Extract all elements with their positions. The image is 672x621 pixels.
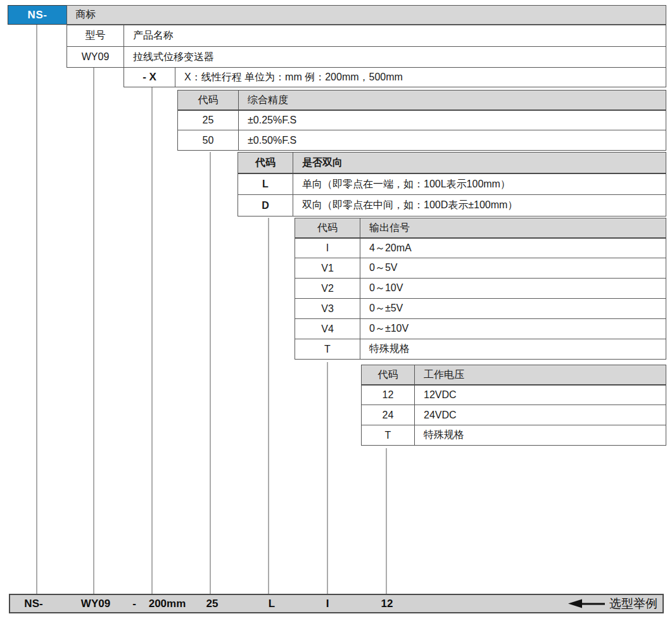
example-segment-stroke: 200mm [149,598,186,610]
model-header-code-cell: 型号 [67,25,124,46]
output-row-V3: V3 0～±5V [295,298,666,318]
output-header-name-cell: 输出信号 [360,218,666,237]
accuracy-row-25: 25 ±0.25%F.S [178,110,666,130]
connector-line-prefix [36,25,37,594]
output-code-cell: T [295,339,360,359]
example-segment-prefix: NS- [24,598,42,610]
accuracy-row-50: 50 ±0.50%F.S [178,130,666,150]
direction-header-code-cell: 代码 [238,153,293,173]
output-table: 代码 输出信号 I 4～20mA V1 0～5V V2 0～10V V3 0～±… [295,218,666,360]
model-table-row: WY09 拉线式位移变送器 [67,46,666,67]
output-value-cell: 0～5V [360,258,666,278]
voltage-row-24: 24 24VDC [362,405,666,425]
model-code-cell: WY09 [67,47,124,67]
voltage-header-name-cell: 工作电压 [415,365,666,384]
output-value-cell: 0～10V [360,279,666,298]
output-code-cell: V2 [295,279,360,298]
example-arrow-label: 选型举例 [609,596,657,612]
model-table: 型号 产品名称 WY09 拉线式位移变送器 [67,25,666,68]
connector-line-stroke [151,87,153,594]
stroke-row: - X X：线性行程 单位为：mm 例：200mm，500mm [124,68,666,87]
connector-line-direction [268,218,269,594]
direction-code-cell: L [238,174,293,194]
example-segment-dash: - [132,598,136,610]
output-code-cell: V3 [295,299,360,318]
voltage-row-12: 12 12VDC [362,384,666,405]
direction-row-D: D 双向（即零点在中间，如：100D表示±100mm） [238,194,666,216]
left-arrow-icon [568,599,582,608]
output-value-cell: 4～20mA [360,239,666,258]
output-code-cell: V4 [295,319,360,339]
brand-header-label: 商标 [75,8,96,22]
output-row-V4: V4 0～±10V [295,318,666,339]
accuracy-header-code-cell: 代码 [178,91,239,110]
voltage-code-cell: 12 [362,386,415,405]
output-row-I: I 4～20mA [295,237,666,258]
stroke-desc-cell: X：线性行程 单位为：mm 例：200mm，500mm [175,68,666,87]
voltage-row-T: T 特殊规格 [362,425,666,445]
model-selection-diagram: NS- 商标 型号 产品名称 WY09 拉线式位移变送器 - X X：线性行程 … [0,0,672,621]
model-name-cell: 拉线式位移变送器 [124,47,666,67]
direction-header-name-cell: 是否双向 [293,153,666,173]
connector-line-voltage [386,448,387,594]
connector-line-model [93,68,94,594]
voltage-code-cell: 24 [362,405,415,425]
direction-row-L: L 单向（即零点在一端，如：100L表示100mm） [238,173,666,194]
example-segment-output: I [326,598,329,610]
voltage-value-cell: 12VDC [415,386,666,405]
brand-header-cell: 商标 [67,5,666,25]
output-header-row: 代码 输出信号 [295,218,666,237]
model-table-header-row: 型号 产品名称 [67,25,666,46]
arrow-line [582,603,605,605]
voltage-value-cell: 特殊规格 [415,425,666,445]
example-segment-model: WY09 [81,598,110,610]
direction-code-cell: D [238,195,293,216]
voltage-header-code-cell: 代码 [362,365,415,384]
direction-table: 代码 是否双向 L 单向（即零点在一端，如：100L表示100mm） D 双向（… [238,152,666,216]
example-arrow-group: 选型举例 [568,595,657,612]
accuracy-header-row: 代码 综合精度 [178,91,666,110]
stroke-code-cell: - X [124,68,175,87]
direction-value-cell: 双向（即零点在中间，如：100D表示±100mm） [293,195,666,216]
output-value-cell: 0～±10V [360,319,666,339]
direction-header-row: 代码 是否双向 [238,153,666,173]
direction-value-cell: 单向（即零点在一端，如：100L表示100mm） [293,174,666,194]
voltage-code-cell: T [362,425,415,445]
accuracy-code-cell: 25 [178,111,239,130]
output-code-cell: I [295,239,360,258]
voltage-header-row: 代码 工作电压 [362,365,666,384]
output-row-V1: V1 0～5V [295,258,666,278]
stroke-table: - X X：线性行程 单位为：mm 例：200mm，500mm [124,67,666,87]
output-row-T: T 特殊规格 [295,339,666,359]
output-row-V2: V2 0～10V [295,278,666,298]
accuracy-code-cell: 50 [178,130,239,150]
accuracy-value-cell: ±0.25%F.S [239,111,666,130]
accuracy-value-cell: ±0.50%F.S [239,130,666,150]
connector-line-output [327,362,328,594]
connector-line-accuracy [210,152,211,594]
output-value-cell: 0～±5V [360,299,666,318]
example-segment-voltage: 12 [381,598,393,610]
voltage-value-cell: 24VDC [415,405,666,425]
accuracy-header-name-cell: 综合精度 [239,91,666,110]
selection-example-bar: NS- WY09 - 200mm 25 L I 12 选型举例 [9,594,664,613]
accuracy-table: 代码 综合精度 25 ±0.25%F.S 50 ±0.50%F.S [177,90,666,151]
voltage-table: 代码 工作电压 12 12VDC 24 24VDC T 特殊规格 [361,365,666,446]
model-prefix-cell: NS- [8,5,67,25]
example-segment-direction: L [269,598,275,610]
example-segment-accuracy: 25 [206,598,219,610]
model-prefix-label: NS- [28,9,48,22]
output-value-cell: 特殊规格 [360,339,666,359]
model-header-name-cell: 产品名称 [124,25,666,46]
output-header-code-cell: 代码 [295,218,360,237]
output-code-cell: V1 [295,258,360,278]
